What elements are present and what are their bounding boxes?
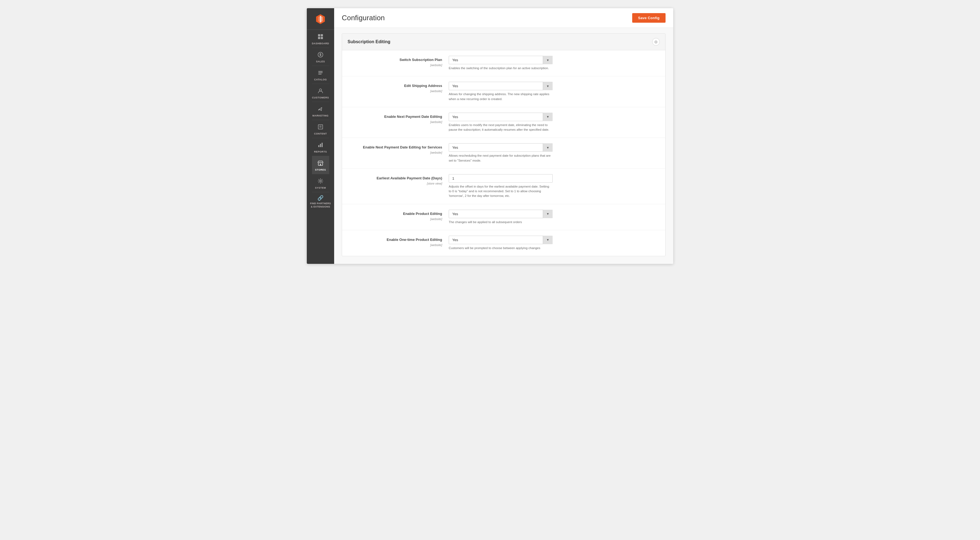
stores-icon (317, 160, 323, 167)
field-label-enable-next-payment-date-editing-services: Enable Next Payment Date Editing for Ser… (348, 145, 442, 150)
form-row-switch-subscription-plan: Switch Subscription Plan [website] YesNo… (342, 50, 665, 76)
form-row-earliest-available-payment-date: Earliest Available Payment Date (Days) [… (342, 169, 665, 204)
sidebar-item-catalog[interactable]: CATALOG (312, 66, 329, 84)
sidebar-label-system: SYSTEM (315, 186, 326, 189)
svg-rect-13 (320, 127, 321, 127)
control-col-edit-shipping-address: YesNo ▼ Allows for changing the shipping… (449, 82, 660, 102)
select-wrapper-enable-next-payment-date-editing: YesNo ▼ (449, 113, 553, 121)
svg-rect-3 (320, 16, 321, 22)
select-enable-next-payment-date-editing-services[interactable]: YesNo (449, 143, 553, 152)
control-col-switch-subscription-plan: YesNo ▼ Enables the switching of the sub… (449, 56, 660, 70)
field-hint-enable-product-editing: The changes will be applied to all subse… (449, 220, 553, 224)
field-label-enable-product-editing: Enable Product Editing (348, 211, 442, 216)
app-wrapper: DASHBOARD $ SALES CATALOG CUSTOMERS MARK… (307, 8, 673, 264)
label-col-edit-shipping-address: Edit Shipping Address [website] (348, 82, 449, 93)
sidebar-item-content[interactable]: CONTENT (312, 120, 329, 138)
label-col-enable-next-payment-date-editing-services: Enable Next Payment Date Editing for Ser… (348, 143, 449, 155)
content-icon (317, 124, 323, 131)
sidebar-item-sales[interactable]: $ SALES (312, 48, 329, 66)
sidebar-label-sales: SALES (316, 60, 325, 63)
label-col-enable-next-payment-date-editing: Enable Next Payment Date Editing [websit… (348, 113, 449, 124)
select-enable-next-payment-date-editing[interactable]: YesNo (449, 113, 553, 121)
select-wrapper-enable-one-time-product-editing: YesNo ▼ (449, 236, 553, 244)
select-wrapper-switch-subscription-plan: YesNo ▼ (449, 56, 553, 64)
field-label-enable-next-payment-date-editing: Enable Next Payment Date Editing (348, 114, 442, 119)
svg-rect-6 (318, 37, 320, 39)
save-config-button[interactable]: Save Config (632, 13, 665, 23)
page-title: Configuration (342, 14, 385, 22)
svg-rect-14 (318, 145, 320, 147)
svg-point-19 (320, 180, 321, 182)
svg-rect-15 (320, 144, 321, 147)
main-content: Configuration Save Config Subscription E… (334, 8, 673, 264)
sidebar-label-reports: REPORTS (314, 150, 327, 153)
section-header: Subscription Editing ⊙ (342, 33, 665, 50)
field-scope-enable-next-payment-date-editing: [website] (430, 120, 442, 124)
svg-rect-5 (321, 34, 323, 37)
sidebar-item-system[interactable]: SYSTEM (312, 174, 329, 192)
svg-rect-12 (320, 126, 321, 126)
field-hint-earliest-available-payment-date: Adjusts the offset in days for the earli… (449, 184, 553, 199)
sidebar-label-dashboard: DASHBOARD (312, 42, 329, 45)
system-icon (317, 178, 323, 185)
sidebar-item-ext-label: FIND PARTNERS & EXTENSIONS (310, 202, 331, 208)
select-switch-subscription-plan[interactable]: YesNo (449, 56, 553, 64)
select-enable-product-editing[interactable]: YesNo (449, 210, 553, 218)
field-hint-enable-next-payment-date-editing: Enables users to modify the next payment… (449, 123, 553, 132)
svg-rect-18 (320, 164, 321, 165)
sales-icon: $ (317, 52, 323, 59)
sidebar-label-customers: CUSTOMERS (312, 96, 329, 99)
form-row-enable-next-payment-date-editing-services: Enable Next Payment Date Editing for Ser… (342, 138, 665, 169)
label-col-earliest-available-payment-date: Earliest Available Payment Date (Days) [… (348, 174, 449, 186)
dashboard-icon (317, 33, 323, 41)
select-enable-one-time-product-editing[interactable]: YesNo (449, 236, 553, 244)
sidebar-item-marketing[interactable]: MARKETING (312, 102, 329, 120)
marketing-icon (317, 106, 323, 113)
sidebar-item-stores[interactable]: STORES (312, 156, 329, 174)
field-label-earliest-available-payment-date: Earliest Available Payment Date (Days) (348, 176, 442, 181)
sidebar-label-stores: STORES (315, 168, 326, 171)
control-col-enable-next-payment-date-editing-services: YesNo ▼ Allows rescheduling the next pay… (449, 143, 660, 163)
svg-text:$: $ (320, 53, 321, 57)
sidebar-item-dashboard[interactable]: DASHBOARD (312, 30, 329, 48)
field-scope-enable-one-time-product-editing: [website] (430, 243, 442, 247)
select-wrapper-enable-product-editing: YesNo ▼ (449, 210, 553, 218)
sidebar-item-reports[interactable]: REPORTS (312, 138, 329, 156)
field-hint-switch-subscription-plan: Enables the switching of the subscriptio… (449, 66, 553, 70)
label-col-enable-product-editing: Enable Product Editing [website] (348, 210, 449, 221)
control-col-enable-one-time-product-editing: YesNo ▼ Customers will be prompted to ch… (449, 236, 660, 251)
field-hint-edit-shipping-address: Allows for changing the shipping address… (449, 92, 553, 102)
form-row-enable-one-time-product-editing: Enable One-time Product Editing [website… (342, 230, 665, 256)
svg-rect-4 (318, 34, 320, 37)
label-col-enable-one-time-product-editing: Enable One-time Product Editing [website… (348, 236, 449, 247)
extensions-icon: 🔗 (317, 195, 323, 201)
field-scope-enable-next-payment-date-editing-services: [website] (430, 151, 442, 154)
sidebar-logo (307, 8, 334, 30)
content-area: Subscription Editing ⊙ Switch Subscripti… (334, 28, 673, 264)
field-label-enable-one-time-product-editing: Enable One-time Product Editing (348, 237, 442, 242)
section-toggle-button[interactable]: ⊙ (652, 38, 660, 46)
field-label-edit-shipping-address: Edit Shipping Address (348, 83, 442, 88)
section-title: Subscription Editing (348, 40, 390, 44)
label-col-switch-subscription-plan: Switch Subscription Plan [website] (348, 56, 449, 67)
field-hint-enable-one-time-product-editing: Customers will be prompted to choose bet… (449, 246, 553, 251)
select-wrapper-edit-shipping-address: YesNo ▼ (449, 82, 553, 90)
svg-point-10 (320, 89, 321, 91)
subscription-editing-section: Subscription Editing ⊙ Switch Subscripti… (342, 33, 665, 256)
select-wrapper-enable-next-payment-date-editing-services: YesNo ▼ (449, 143, 553, 152)
input-earliest-available-payment-date[interactable] (449, 174, 553, 183)
control-col-earliest-available-payment-date: Adjusts the offset in days for the earli… (449, 174, 660, 199)
sidebar-label-content: CONTENT (314, 132, 327, 135)
catalog-icon (317, 70, 323, 77)
form-body: Switch Subscription Plan [website] YesNo… (342, 50, 665, 256)
sidebar-item-extensions[interactable]: 🔗 FIND PARTNERS & EXTENSIONS (307, 192, 334, 211)
sidebar-item-customers[interactable]: CUSTOMERS (312, 84, 329, 102)
select-edit-shipping-address[interactable]: YesNo (449, 82, 553, 90)
sidebar: DASHBOARD $ SALES CATALOG CUSTOMERS MARK… (307, 8, 334, 264)
reports-icon (317, 142, 323, 149)
field-scope-edit-shipping-address: [website] (430, 89, 442, 93)
magento-logo-icon (315, 13, 326, 25)
sidebar-label-marketing: MARKETING (313, 114, 329, 117)
form-row-edit-shipping-address: Edit Shipping Address [website] YesNo ▼ … (342, 76, 665, 107)
sidebar-label-catalog: CATALOG (314, 78, 327, 81)
